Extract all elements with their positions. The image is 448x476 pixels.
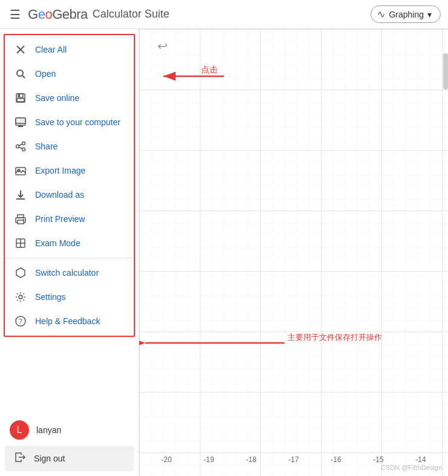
signout-icon <box>15 452 25 465</box>
svg-rect-9 <box>16 118 25 123</box>
open-label: Open <box>35 69 56 79</box>
download-icon <box>15 189 27 201</box>
annotation-click: 点击 <box>157 64 230 91</box>
settings-label: Settings <box>35 292 66 302</box>
x-axis: -20 -19 -18 -17 -16 -15 -14 <box>139 455 448 464</box>
svg-rect-34 <box>139 29 448 476</box>
x-label-5: -16 <box>331 455 341 464</box>
x-label-7: -14 <box>415 455 426 464</box>
svg-point-14 <box>16 145 19 148</box>
username-label: lanyan <box>36 425 61 435</box>
sidebar-item-open[interactable]: Open <box>5 62 134 86</box>
clear-all-label: Clear All <box>35 45 67 54</box>
export-image-icon <box>15 165 27 177</box>
x-label-1: -20 <box>161 455 171 464</box>
svg-point-13 <box>22 148 25 151</box>
chevron-down-icon: ▾ <box>427 10 432 19</box>
svg-line-15 <box>19 144 22 146</box>
graphing-icon: ∿ <box>377 8 385 20</box>
exam-mode-label: Exam Mode <box>35 238 81 248</box>
save-computer-label: Save to your computer <box>35 117 120 127</box>
svg-point-29 <box>19 295 22 299</box>
svg-text:主要用于文件保存打开操作: 主要用于文件保存打开操作 <box>288 333 382 342</box>
help-feedback-label: Help & Feedback <box>35 316 100 326</box>
help-icon: ? <box>15 315 27 327</box>
sidebar-item-share[interactable]: Share <box>5 134 134 158</box>
x-label-3: -18 <box>246 455 256 464</box>
avatar: L <box>10 420 29 440</box>
sidebar-item-switch-calculator[interactable]: Switch calculator <box>5 261 134 285</box>
menu-divider <box>5 258 134 258</box>
print-icon <box>15 213 27 225</box>
sidebar-item-print-preview[interactable]: Print Preview <box>5 207 134 231</box>
calc-suite-label: Calculator Suite <box>93 8 170 21</box>
clear-all-icon <box>15 44 27 56</box>
x-label-4: -17 <box>288 455 298 464</box>
red-arrow-top: 点击 <box>157 64 230 88</box>
svg-text:?: ? <box>19 318 22 325</box>
svg-point-24 <box>23 219 24 220</box>
svg-text:↩: ↩ <box>157 39 168 53</box>
save-computer-icon <box>15 116 27 128</box>
export-image-label: Export Image <box>35 166 85 175</box>
svg-marker-28 <box>16 268 25 278</box>
graph-area: ↩ -20 -19 -18 -17 -16 -15 -14 点 <box>139 29 448 476</box>
sidebar-item-save-online[interactable]: Save online <box>5 86 134 110</box>
graphing-label: Graphing <box>389 10 424 19</box>
watermark: CSDN @FifthDesign <box>381 464 442 471</box>
graph-grid: ↩ <box>139 29 448 476</box>
x-label-2: -19 <box>203 455 214 464</box>
sidebar-item-export-image[interactable]: Export Image <box>5 158 134 183</box>
svg-rect-7 <box>17 99 24 102</box>
svg-point-2 <box>17 70 23 76</box>
sidebar-bottom: L lanyan Sign out <box>0 409 139 476</box>
save-online-label: Save online <box>35 93 79 103</box>
save-online-icon <box>15 92 27 104</box>
user-item[interactable]: L lanyan <box>0 414 139 446</box>
graphing-button[interactable]: ∿ Graphing ▾ <box>371 5 441 23</box>
download-as-label: Download as <box>35 190 84 200</box>
hamburger-icon[interactable]: ☰ <box>7 5 23 24</box>
sidebar-item-download-as[interactable]: Download as <box>5 183 134 207</box>
svg-line-16 <box>19 147 22 149</box>
x-label-6: -15 <box>373 455 383 464</box>
exam-mode-icon <box>15 237 27 249</box>
print-preview-label: Print Preview <box>35 214 85 224</box>
sidebar-item-clear-all[interactable]: Clear All <box>5 37 134 62</box>
svg-rect-4 <box>16 94 25 102</box>
sidebar-item-settings[interactable]: Settings <box>5 285 134 309</box>
svg-text:点击: 点击 <box>201 65 218 74</box>
sidebar-item-exam-mode[interactable]: Exam Mode <box>5 231 134 255</box>
signout-label: Sign out <box>34 454 65 463</box>
main-layout: Clear All Open Save online <box>0 29 448 476</box>
switch-calculator-label: Switch calculator <box>35 268 99 278</box>
sidebar: Clear All Open Save online <box>0 29 139 476</box>
share-label: Share <box>35 142 58 151</box>
signout-item[interactable]: Sign out <box>5 446 134 471</box>
header: ☰ GeoGebra Calculator Suite ∿ Graphing ▾ <box>0 0 448 29</box>
sidebar-item-save-computer[interactable]: Save to your computer <box>5 110 134 134</box>
svg-rect-23 <box>18 220 24 224</box>
menu-box: Clear All Open Save online <box>4 34 135 337</box>
open-icon <box>15 68 27 80</box>
svg-rect-6 <box>19 94 20 97</box>
switch-calculator-icon <box>15 267 27 279</box>
red-arrow-bottom: 主要用于文件保存打开操作 <box>139 319 436 367</box>
sidebar-item-help-feedback[interactable]: ? Help & Feedback <box>5 309 134 333</box>
share-icon <box>15 140 27 152</box>
scrollbar[interactable] <box>443 53 448 90</box>
svg-point-12 <box>22 142 25 145</box>
svg-line-3 <box>22 76 25 78</box>
logo: GeoGebra <box>28 7 88 22</box>
settings-icon <box>15 291 27 303</box>
